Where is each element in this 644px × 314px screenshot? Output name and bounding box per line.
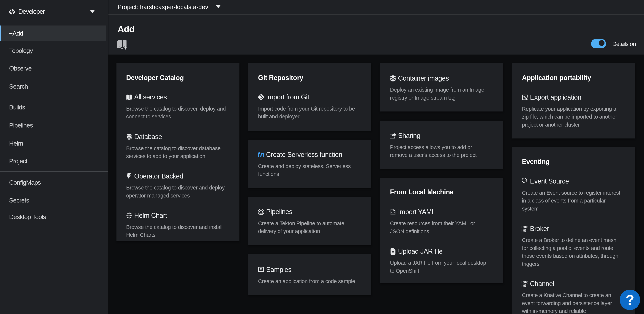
svg-text:HELM: HELM (126, 215, 132, 217)
